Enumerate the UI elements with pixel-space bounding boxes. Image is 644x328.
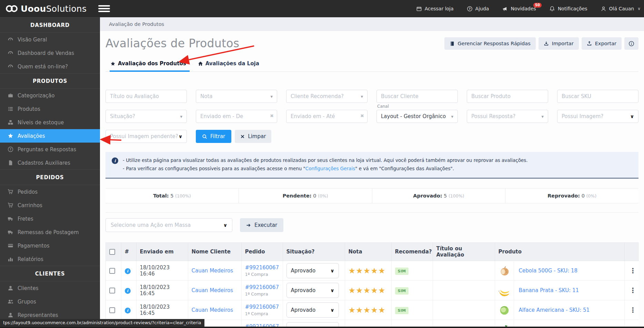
sidebar-item-produtos[interactable]: Produtos bbox=[0, 102, 100, 116]
clear-date-icon[interactable]: ✖ bbox=[270, 113, 274, 118]
topbar-item-acessar-loja[interactable]: Acessar loja bbox=[416, 6, 454, 12]
chevron-down-icon: ▾ bbox=[270, 94, 273, 99]
column-header-: # bbox=[121, 243, 136, 261]
filter-produto-input[interactable] bbox=[467, 90, 548, 103]
product-link[interactable]: Cebola 500G - SKU: 18 bbox=[519, 268, 578, 274]
filter-enviado-de-input[interactable] bbox=[196, 110, 277, 123]
sidebar-item-remessas-de-postagem[interactable]: Remessas de Postagem bbox=[0, 225, 100, 239]
brand-logo[interactable]: UoouSolutions bbox=[6, 4, 87, 14]
info-line1: - Utilize esta página para visualizar to… bbox=[123, 156, 528, 165]
chevron-down-icon: ▾ bbox=[451, 114, 453, 119]
filter-nota-select[interactable]: Nota▾ bbox=[196, 90, 277, 103]
topbar-item-notificacoes[interactable]: Notificações bbox=[549, 6, 587, 12]
client-link[interactable]: Cauan Medeiros bbox=[192, 268, 233, 274]
client-link[interactable]: Cauan Medeiros bbox=[192, 307, 233, 313]
sidebar-item-pagamentos[interactable]: Pagamentos bbox=[0, 239, 100, 252]
sidebar-item-dashboard-de-vendas[interactable]: Dashboard de Vendas bbox=[0, 46, 100, 60]
sidebar-item-quem-esta-on-line[interactable]: Quem está on-line? bbox=[0, 60, 100, 73]
topbar-item-novidades[interactable]: Novidades50 bbox=[502, 6, 536, 12]
filter-resposta-select[interactable]: Possui Resposta?▾ bbox=[467, 110, 548, 123]
sidebar-item-visao-geral[interactable]: Visão Geral bbox=[0, 33, 100, 46]
filter-recomenda-select[interactable]: Cliente Recomenda?▾ bbox=[286, 90, 368, 103]
filtrar-button[interactable]: Filtrar bbox=[196, 130, 231, 143]
sidebar-section-clientes: CLIENTES bbox=[0, 266, 100, 281]
chain-logo-icon bbox=[6, 4, 18, 13]
breadcrumb: Avaliação de Produtos bbox=[100, 17, 644, 31]
order-link[interactable]: #992160067 bbox=[245, 264, 279, 271]
header-actions: Gerenciar Respostas RápidasImportarExpor… bbox=[444, 37, 638, 50]
importar-button[interactable]: Importar bbox=[539, 37, 579, 50]
tab-avaliacao-dos-produtos[interactable]: Avaliação dos Produtos bbox=[110, 60, 190, 72]
status-select[interactable]: Aprovado∨ bbox=[286, 283, 339, 298]
sidebar-item-avaliacoes[interactable]: Avaliações bbox=[0, 129, 100, 143]
row-info-icon[interactable]: i bbox=[125, 308, 131, 313]
status-select[interactable]: Aprovado∨ bbox=[286, 263, 339, 278]
filter-enviado-ate-input[interactable] bbox=[286, 110, 368, 123]
sidebar-item-clientes[interactable]: Clientes bbox=[0, 281, 100, 295]
sidebar-item-fretes[interactable]: Fretes bbox=[0, 212, 100, 225]
truck-icon bbox=[8, 229, 13, 235]
brand-name: UoouSolutions bbox=[21, 4, 87, 14]
search-icon bbox=[202, 134, 207, 139]
exportar-button[interactable]: Exportar bbox=[582, 37, 622, 50]
filter-imagem-pendente-select[interactable]: Possui Imagem pendente?∨ bbox=[105, 130, 187, 143]
row-checkbox[interactable] bbox=[109, 288, 115, 293]
clear-date-icon[interactable]: ✖ bbox=[360, 113, 364, 118]
table-row: i 18/10/2023 16:46 Cauan Medeiros #99216… bbox=[106, 261, 639, 281]
limpar-button[interactable]: Limpar bbox=[235, 130, 271, 143]
topbar-item-label: Olá Cauan bbox=[609, 6, 634, 11]
topbar-item-ajuda[interactable]: ?Ajuda bbox=[467, 6, 489, 12]
row-info-icon[interactable]: i bbox=[125, 268, 131, 274]
sidebar-item-cadastros-auxiliares[interactable]: Cadastros Auxiliares bbox=[0, 156, 100, 170]
order-link[interactable]: #992160067 bbox=[245, 304, 279, 310]
review-date: 18/10/2023 16:45 bbox=[136, 281, 188, 300]
gerenciar-respostas-rapidas-button[interactable]: Gerenciar Respostas Rápidas bbox=[444, 37, 536, 50]
client-link[interactable]: Cauan Medeiros bbox=[192, 287, 233, 293]
filter-canal-select[interactable]: Layout - Gestor Orgânico▾ bbox=[376, 110, 458, 123]
executar-button[interactable]: Executar bbox=[240, 218, 283, 232]
row-actions-menu-icon[interactable]: ⋮ bbox=[628, 306, 638, 314]
sidebar-item-label: Categorização bbox=[18, 93, 55, 99]
recommend-badge: SIM bbox=[395, 268, 409, 275]
filter-imagem-select[interactable]: Possui Imagem?∨ bbox=[557, 110, 638, 123]
sidebar-item-grupos[interactable]: Grupos bbox=[0, 295, 100, 308]
stats-summary: Total: 5 (100%)Pendente: 0 (0%)Aprovado:… bbox=[105, 188, 638, 203]
sidebar-item-label: Quem está on-line? bbox=[18, 64, 68, 70]
column-header-recomenda: Recomenda? bbox=[391, 243, 433, 261]
row-info-icon[interactable]: i bbox=[125, 288, 131, 294]
chevron-down-icon: ∨ bbox=[179, 134, 182, 139]
page-info-button[interactable] bbox=[624, 37, 638, 50]
tab-avaliacoes-da-loja[interactable]: Avaliações da Loja bbox=[197, 60, 263, 72]
filter-cliente-input[interactable] bbox=[376, 90, 458, 103]
row-checkbox[interactable] bbox=[109, 268, 115, 274]
sidebar: DASHBOARDVisão GeralDashboard de VendasQ… bbox=[0, 17, 100, 328]
sidebar-item-niveis-de-estoque[interactable]: Níveis de estoque bbox=[0, 116, 100, 129]
product-link[interactable]: Alface Americana - SKU: 51 bbox=[519, 307, 590, 313]
tab-label: Avaliações da Loja bbox=[205, 60, 259, 67]
column-header-actions bbox=[624, 243, 639, 261]
sidebar-item-perguntas-e-respostas[interactable]: ?Perguntas e Respostas bbox=[0, 143, 100, 156]
filter-title-input[interactable] bbox=[105, 90, 187, 103]
sidebar-item-pedidos[interactable]: Pedidos bbox=[0, 185, 100, 199]
filter-sku-input[interactable] bbox=[557, 90, 638, 103]
product-link[interactable]: Banana Prata - SKU: 11 bbox=[519, 287, 579, 293]
sidebar-section-produtos: PRODUTOS bbox=[0, 73, 100, 89]
row-checkbox[interactable] bbox=[109, 307, 115, 313]
row-actions-menu-icon[interactable]: ⋮ bbox=[628, 286, 638, 295]
page-title: Avaliações de Produtos bbox=[105, 37, 239, 50]
select-all-checkbox[interactable] bbox=[109, 249, 115, 255]
info-icon: i bbox=[112, 157, 118, 164]
recommend-badge: SIM bbox=[395, 307, 409, 314]
question-icon: ? bbox=[8, 146, 13, 152]
menu-toggle-icon[interactable] bbox=[98, 4, 110, 13]
configuracoes-gerais-link[interactable]: Configurações Gerais bbox=[305, 166, 355, 171]
row-actions-menu-icon[interactable]: ⋮ bbox=[628, 267, 638, 275]
filter-situacao-select[interactable]: Situação?▾ bbox=[105, 110, 187, 123]
topbar-item-ola-cauan[interactable]: Olá Cauan∨ bbox=[601, 6, 641, 12]
sidebar-item-categorizacao[interactable]: Categorização bbox=[0, 89, 100, 102]
sidebar-item-relatorios[interactable]: Relatórios bbox=[0, 252, 100, 266]
bulk-action-select[interactable]: Selecione uma Ação em Massa∨ bbox=[105, 218, 232, 232]
status-select[interactable]: Aprovado∨ bbox=[286, 302, 339, 318]
sidebar-item-carrinhos[interactable]: Carrinhos bbox=[0, 199, 100, 212]
order-link[interactable]: #992160067 bbox=[245, 284, 279, 290]
